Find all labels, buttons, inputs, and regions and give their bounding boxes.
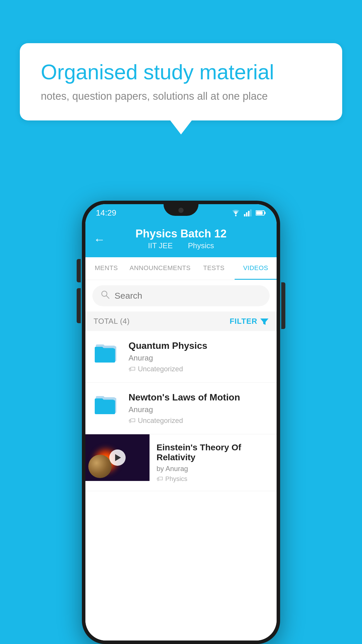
total-count: TOTAL (4)	[94, 317, 130, 326]
phone-button-left1	[77, 259, 81, 282]
filter-bar: TOTAL (4) FILTER	[85, 312, 277, 331]
folder-icon	[94, 340, 119, 364]
phone-button-right	[281, 282, 285, 329]
tag-icon: 🏷	[157, 475, 163, 483]
signal-icon	[244, 209, 252, 216]
item-title: Quantum Physics	[129, 340, 268, 351]
item-tag: 🏷 Uncategorized	[129, 416, 268, 425]
search-bar[interactable]	[92, 285, 270, 306]
list-item[interactable]: Einstein's Theory Of Relativity by Anura…	[85, 434, 277, 491]
tab-tests[interactable]: TESTS	[193, 257, 235, 280]
item-info: Einstein's Theory Of Relativity by Anura…	[150, 434, 277, 491]
tab-announcements[interactable]: ANNOUNCEMENTS	[127, 257, 193, 280]
list-item[interactable]: Newton's Laws of Motion Anurag 🏷 Uncateg…	[85, 383, 277, 434]
item-author: Anurag	[129, 354, 268, 363]
search-container	[85, 280, 277, 312]
phone-button-left2	[77, 288, 81, 323]
item-author: Anurag	[129, 405, 268, 414]
item-info: Newton's Laws of Motion Anurag 🏷 Uncateg…	[129, 392, 268, 425]
camera	[178, 208, 184, 213]
speech-bubble-subtitle: notes, question papers, solutions all at…	[41, 90, 321, 102]
item-tag: 🏷 Uncategorized	[129, 365, 268, 373]
header-title: Physics Batch 12	[95, 228, 267, 240]
tabs-bar: MENTS ANNOUNCEMENTS TESTS VIDEOS	[85, 257, 277, 280]
tag-icon: 🏷	[129, 416, 136, 425]
svg-point-0	[235, 215, 237, 216]
svg-rect-3	[248, 211, 249, 216]
speech-bubble-container: Organised study material notes, question…	[20, 43, 342, 120]
header-subtitle: IIT JEE Physics	[95, 241, 267, 250]
tab-videos[interactable]: VIDEOS	[235, 257, 277, 280]
filter-button[interactable]: FILTER	[230, 317, 268, 326]
svg-line-9	[106, 296, 109, 298]
svg-rect-7	[256, 211, 263, 215]
item-tag: 🏷 Physics	[157, 475, 270, 483]
svg-marker-10	[260, 318, 268, 325]
speech-bubble-title: Organised study material	[41, 60, 321, 84]
item-title: Newton's Laws of Motion	[129, 392, 268, 403]
speech-bubble: Organised study material notes, question…	[20, 43, 342, 120]
svg-rect-2	[246, 212, 247, 216]
notch	[164, 204, 198, 216]
wifi-icon	[231, 209, 240, 216]
status-icons	[231, 209, 266, 216]
list-item[interactable]: Quantum Physics Anurag 🏷 Uncategorized	[85, 331, 277, 383]
play-button[interactable]	[109, 449, 126, 466]
svg-rect-1	[244, 214, 245, 216]
folder-icon	[94, 392, 119, 415]
item-title: Einstein's Theory Of Relativity	[157, 442, 270, 462]
subtitle-part1: IIT JEE	[148, 241, 173, 250]
thumbnail-planet	[88, 455, 112, 478]
screen-content: ← Physics Batch 12 IIT JEE Physics MENTS…	[85, 222, 277, 640]
search-icon	[101, 290, 110, 302]
svg-rect-4	[250, 209, 252, 216]
phone-screen: 14:29	[85, 204, 277, 640]
filter-icon	[260, 317, 268, 326]
tab-ments[interactable]: MENTS	[85, 257, 127, 280]
status-time: 14:29	[96, 208, 116, 218]
item-info: Quantum Physics Anurag 🏷 Uncategorized	[129, 340, 268, 373]
search-input[interactable]	[115, 291, 261, 301]
status-bar: 14:29	[85, 204, 277, 222]
app-header: ← Physics Batch 12 IIT JEE Physics	[85, 222, 277, 257]
phone-frame: 14:29	[82, 201, 280, 644]
subtitle-part2: Physics	[188, 241, 214, 250]
battery-icon	[256, 210, 266, 216]
video-list: Quantum Physics Anurag 🏷 Uncategorized	[85, 331, 277, 640]
item-author: by Anurag	[157, 465, 270, 473]
svg-rect-6	[264, 212, 266, 214]
back-button[interactable]: ←	[94, 233, 105, 246]
video-thumbnail	[85, 434, 150, 481]
tag-icon: 🏷	[129, 365, 136, 373]
